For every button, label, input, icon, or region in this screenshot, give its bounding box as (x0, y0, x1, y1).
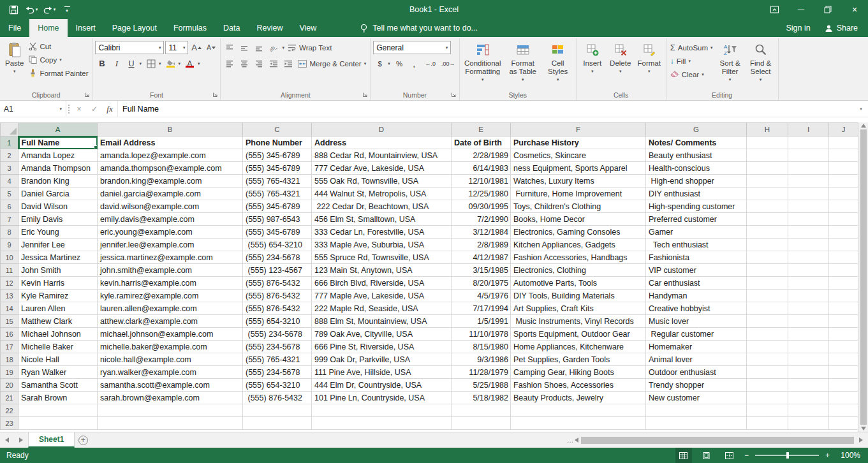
cell-E20[interactable]: 5/25/1988 (452, 379, 511, 392)
increase-font-size-button[interactable]: A (189, 41, 203, 54)
cell-F6[interactable]: Toys, Children's Clothing (511, 200, 646, 213)
cell-G5[interactable]: DIY enthusiast (646, 187, 747, 200)
cell-J9[interactable] (829, 239, 858, 251)
cell-A19[interactable]: Ryan Walker (18, 366, 98, 379)
cell-A7[interactable]: Emily Davis (18, 213, 98, 226)
cell-G21[interactable]: New customer (646, 392, 747, 404)
tab-review[interactable]: Review (248, 19, 291, 37)
cell-A8[interactable]: Eric Young (18, 226, 98, 239)
row-header-4[interactable]: 4 (1, 175, 18, 187)
cell-F23[interactable] (511, 417, 646, 430)
format-painter-button[interactable]: Format Painter (27, 66, 89, 80)
zoom-slider-thumb[interactable] (786, 452, 789, 459)
share-button[interactable]: Share (825, 24, 858, 33)
fill-dropdown-icon[interactable]: ▾ (688, 59, 691, 64)
page-layout-view-icon[interactable] (698, 448, 715, 463)
row-header-18[interactable]: 18 (1, 353, 18, 366)
name-box-dropdown-icon[interactable]: ▾ (59, 107, 62, 112)
cell-H5[interactable] (747, 187, 788, 200)
cell-C18[interactable]: (555) 765-4321 (243, 353, 312, 366)
cell-D17[interactable]: 666 Pine St, Riverside, USA (312, 341, 452, 353)
cell-G3[interactable]: Health-conscious (646, 162, 747, 175)
row-header-11[interactable]: 11 (1, 264, 18, 277)
cell-C19[interactable]: (555) 234-5678 (243, 366, 312, 379)
cell-J7[interactable] (829, 213, 858, 226)
cell-B20[interactable]: samantha.scott@example.com (98, 379, 243, 392)
orientation-dropdown-icon[interactable]: ▾ (282, 45, 284, 50)
row-header-15[interactable]: 15 (1, 315, 18, 328)
cell-G15[interactable]: Music lover (646, 315, 747, 328)
undo-dropdown-icon[interactable]: ▾ (36, 7, 38, 12)
cell-J17[interactable] (829, 341, 858, 353)
cell-A10[interactable]: Jessica Martinez (18, 251, 98, 264)
cell-B8[interactable]: eric.young@example.com (98, 226, 243, 239)
cell-D10[interactable]: 555 Spruce Rd, Townsville, USA (312, 251, 452, 264)
cell-H6[interactable] (747, 200, 788, 213)
cell-J3[interactable] (829, 162, 858, 175)
autosum-dropdown-icon[interactable]: ▾ (710, 45, 713, 50)
normal-view-icon[interactable] (675, 448, 692, 463)
cell-C20[interactable]: (555) 654-3210 (243, 379, 312, 392)
row-header-22[interactable]: 22 (1, 404, 18, 417)
cell-F18[interactable]: Pet Supplies, Garden Tools (511, 353, 646, 366)
cell-H20[interactable] (747, 379, 788, 392)
cell-F14[interactable]: Art Supplies, Craft Kits (511, 302, 646, 315)
cell-E6[interactable]: 09/30/1995 (452, 200, 511, 213)
cell-I15[interactable] (788, 315, 829, 328)
cell-G14[interactable]: Creative hobbyist (646, 302, 747, 315)
cell-A13[interactable]: Kyle Ramirez (18, 290, 98, 302)
bold-button[interactable]: B (95, 57, 108, 70)
cell-J15[interactable] (829, 315, 858, 328)
find-select-dropdown-icon[interactable]: ▾ (760, 77, 762, 82)
cell-G4[interactable]: High-end shopper (646, 175, 747, 187)
cell-D5[interactable]: 444 Walnut St, Metropolis, USA (312, 187, 452, 200)
cell-B3[interactable]: amanda.thompson@example.com (98, 162, 243, 175)
customize-quick-access-icon[interactable]: ▾ (59, 2, 75, 17)
cell-I22[interactable] (788, 404, 829, 417)
cell-I8[interactable] (788, 226, 829, 239)
cell-F16[interactable]: Sports Equipment, Outdoor Gear (511, 328, 646, 341)
number-format-select[interactable]: General ▾ (373, 41, 451, 54)
select-all-button[interactable] (1, 123, 18, 136)
minimize-button[interactable]: ─ (788, 0, 814, 19)
cell-G18[interactable]: Animal lover (646, 353, 747, 366)
cell-F10[interactable]: Fashion Accessories, Handbags (511, 251, 646, 264)
decrease-decimal-button[interactable]: .00→ (440, 57, 457, 70)
cell-F2[interactable]: Cosmetics, Skincare (511, 149, 646, 162)
cell-B10[interactable]: jessica.martinez@example.com (98, 251, 243, 264)
cell-D19[interactable]: 111 Pine Ave, Hillside, USA (312, 366, 452, 379)
cell-H15[interactable] (747, 315, 788, 328)
cell-G12[interactable]: Car enthusiast (646, 277, 747, 290)
cell-F1[interactable]: Purchase History (511, 136, 646, 149)
cell-A14[interactable]: Lauren Allen (18, 302, 98, 315)
percent-style-button[interactable]: % (393, 57, 406, 70)
cell-J21[interactable] (829, 392, 858, 404)
formula-input[interactable]: Full Name (117, 101, 854, 117)
scroll-left-icon[interactable] (575, 437, 578, 443)
row-header-16[interactable]: 16 (1, 328, 18, 341)
cell-G22[interactable] (646, 404, 747, 417)
cell-B9[interactable]: jennifer.lee@example.com (98, 239, 243, 251)
cell-D7[interactable]: 456 Elm St, Smalltown, USA (312, 213, 452, 226)
cell-C11[interactable]: (555) 123-4567 (243, 264, 312, 277)
undo-icon[interactable]: ▾ (23, 2, 40, 17)
column-header-d[interactable]: D (312, 123, 452, 136)
cell-G1[interactable]: Notes/ Comments (646, 136, 747, 149)
row-header-17[interactable]: 17 (1, 341, 18, 353)
row-header-7[interactable]: 7 (1, 213, 18, 226)
tab-formulas[interactable]: Formulas (165, 19, 215, 37)
cell-J2[interactable] (829, 149, 858, 162)
wrap-text-button[interactable]: Wrap Text (287, 41, 333, 54)
copy-dropdown-icon[interactable]: ▾ (59, 57, 62, 62)
cell-J19[interactable] (829, 366, 858, 379)
borders-dropdown-icon[interactable]: ▾ (159, 61, 161, 66)
tab-home[interactable]: Home (29, 19, 67, 37)
cell-H1[interactable] (747, 136, 788, 149)
name-box[interactable]: A1 ▾ (0, 101, 66, 117)
font-color-button[interactable]: A (183, 57, 196, 70)
align-right-button[interactable] (253, 57, 266, 70)
row-header-9[interactable]: 9 (1, 239, 18, 251)
cell-A3[interactable]: Amanda Thompson (18, 162, 98, 175)
cell-B19[interactable]: ryan.walker@example.com (98, 366, 243, 379)
cell-E8[interactable]: 3/12/1984 (452, 226, 511, 239)
